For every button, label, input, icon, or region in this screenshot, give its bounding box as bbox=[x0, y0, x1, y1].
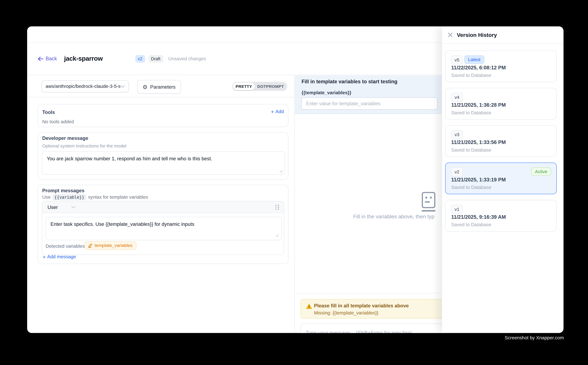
version-list: v5 Latest 11/22/2025, 6:08:12 PM Saved t… bbox=[445, 50, 557, 237]
developer-message-subtitle: Optional system instructions for the mod… bbox=[42, 143, 126, 148]
version-label: v5 bbox=[451, 56, 463, 65]
version-label: v3 bbox=[451, 130, 463, 139]
tools-title: Tools bbox=[42, 109, 55, 115]
variable-syntax-hint: Use {{variable}} syntax for template var… bbox=[42, 194, 148, 200]
toggle-dotprompt[interactable]: DOTPROMPT bbox=[255, 83, 286, 90]
plus-icon: + bbox=[271, 109, 274, 114]
template-variable-input[interactable] bbox=[301, 97, 438, 110]
version-timestamp: 11/21/2025, 9:16:39 AM bbox=[451, 214, 506, 220]
editor-toolbar: aws/anthropic/bedrock-claude-3-5-s... ⚙ … bbox=[27, 75, 295, 97]
developer-message-title: Developer message bbox=[42, 135, 88, 141]
active-badge: Active bbox=[531, 167, 551, 176]
detected-variable-name: template_variables bbox=[95, 243, 132, 248]
role-select[interactable]: User bbox=[48, 204, 76, 210]
status-badge: Draft bbox=[148, 55, 163, 62]
warning-title: Please fill in all template variables ab… bbox=[314, 303, 409, 309]
prompt-messages-panel: Prompt messages Use {{variable}} syntax … bbox=[38, 185, 288, 264]
tools-panel: Tools + Add No tools added bbox=[38, 104, 288, 127]
role-select-value: User bbox=[48, 204, 58, 210]
hint-suffix: syntax for template variables bbox=[88, 195, 148, 200]
version-label: v1 bbox=[451, 205, 463, 214]
version-timestamp: 11/21/2025, 1:33:56 PM bbox=[451, 140, 506, 145]
playground-window: Back jack-sparrow v2 Draft Unsaved chang… bbox=[27, 26, 564, 333]
model-select[interactable]: aws/anthropic/bedrock-claude-3-5-s... bbox=[42, 80, 129, 92]
watermark-text: Screenshot by Xnapper.com bbox=[0, 335, 564, 340]
arrow-left-icon bbox=[38, 56, 43, 61]
version-note: Saved to Database bbox=[451, 222, 491, 227]
version-note: Saved to Database bbox=[451, 147, 491, 153]
prompt-header: Back jack-sparrow v2 Draft Unsaved chang… bbox=[27, 43, 442, 75]
screenshot-background: { "icons": { "plus": "+", "gear": "⚙" },… bbox=[0, 0, 588, 365]
toggle-pretty[interactable]: PRETTY bbox=[233, 83, 255, 90]
version-note: Saved to Database bbox=[451, 185, 491, 190]
plus-icon: + bbox=[43, 254, 46, 259]
pane-divider bbox=[294, 75, 295, 333]
version-label: v2 bbox=[451, 167, 463, 176]
version-label: v4 bbox=[451, 93, 463, 102]
warning-icon bbox=[306, 304, 312, 311]
template-variable-label: {{template_variables}} bbox=[302, 90, 351, 95]
template-variables-title: Fill in template variables to start test… bbox=[302, 79, 397, 84]
scaled-viewport: Back jack-sparrow v2 Draft Unsaved chang… bbox=[0, 0, 588, 365]
hint-prefix: Use bbox=[42, 195, 51, 200]
version-timestamp: 11/21/2025, 1:36:28 PM bbox=[451, 102, 506, 108]
back-button[interactable]: Back bbox=[38, 56, 57, 61]
parameters-label: Parameters bbox=[150, 84, 176, 90]
chat-message-input[interactable] bbox=[300, 323, 446, 333]
version-note: Saved to Database bbox=[451, 110, 491, 115]
add-message-label: Add message bbox=[47, 254, 76, 259]
message-role-bar: User bbox=[42, 201, 284, 213]
detected-variable-chip[interactable]: template_variables bbox=[84, 241, 136, 250]
warning-detail: Missing: {{template_variables}} bbox=[314, 310, 378, 316]
version-card-v1[interactable]: v1 11/21/2025, 9:16:39 AM Saved to Datab… bbox=[445, 200, 557, 232]
detected-variables-label: Detected variables: bbox=[46, 244, 86, 249]
page-title: jack-sparrow bbox=[64, 55, 103, 62]
template-variables-header: Fill in template variables to start test… bbox=[295, 75, 447, 114]
user-message-input[interactable]: Enter task specifics. Use {{template_var… bbox=[46, 217, 282, 240]
version-timestamp: 11/21/2025, 1:33:19 PM bbox=[451, 177, 506, 182]
version-card-v4[interactable]: v4 11/21/2025, 1:36:28 PM Saved to Datab… bbox=[445, 88, 557, 119]
add-tool-button[interactable]: + Add bbox=[271, 109, 284, 114]
model-select-value: aws/anthropic/bedrock-claude-3-5-s... bbox=[46, 84, 121, 89]
chevron-down-icon bbox=[71, 206, 76, 208]
unsaved-changes-label: Unsaved changes bbox=[168, 56, 206, 61]
version-history-header: Version History bbox=[442, 26, 563, 44]
version-badge: v2 bbox=[135, 55, 145, 62]
empty-state-hint: Fill in the variables above, then typ bbox=[353, 213, 435, 219]
version-timestamp: 11/22/2025, 6:08:12 PM bbox=[451, 65, 506, 70]
parameters-button[interactable]: ⚙ Parameters bbox=[137, 80, 181, 94]
message-block: User Enter task specifics. Use {{templat… bbox=[42, 201, 284, 255]
version-card-v3[interactable]: v3 11/21/2025, 1:33:56 PM Saved to Datab… bbox=[445, 125, 557, 157]
version-history-panel: Version History v5 Latest 11/22/2025, 6:… bbox=[442, 26, 564, 333]
view-mode-toggle: PRETTY DOTPROMPT bbox=[232, 82, 287, 91]
add-message-button[interactable]: + Add message bbox=[43, 254, 76, 259]
version-card-v5[interactable]: v5 Latest 11/22/2025, 6:08:12 PM Saved t… bbox=[445, 50, 557, 82]
version-card-v2[interactable]: v2 Active 11/21/2025, 1:33:19 PM Saved t… bbox=[445, 162, 557, 194]
close-icon[interactable] bbox=[448, 33, 453, 37]
developer-message-panel: Developer message Optional system instru… bbox=[38, 132, 288, 180]
version-history-title: Version History bbox=[457, 32, 497, 38]
prompt-messages-title: Prompt messages bbox=[42, 188, 84, 193]
add-tool-label: Add bbox=[276, 109, 284, 114]
pencil-line-icon bbox=[88, 243, 93, 248]
tools-empty-text: No tools added bbox=[42, 119, 74, 124]
drag-handle-icon[interactable] bbox=[276, 205, 279, 210]
developer-message-input[interactable]: You are jack sparrow number 1, respond a… bbox=[42, 151, 285, 175]
back-label: Back bbox=[46, 56, 57, 61]
missing-variables-warning: Please fill in all template variables ab… bbox=[300, 299, 446, 319]
variable-code-chip: {{variable}} bbox=[53, 194, 86, 200]
latest-badge: Latest bbox=[464, 56, 484, 64]
version-note: Saved to Database bbox=[451, 73, 491, 78]
chevron-down-icon bbox=[121, 85, 125, 88]
bot-face-icon bbox=[421, 192, 436, 213]
window-topbar bbox=[27, 26, 442, 42]
gear-icon: ⚙ bbox=[142, 84, 147, 90]
